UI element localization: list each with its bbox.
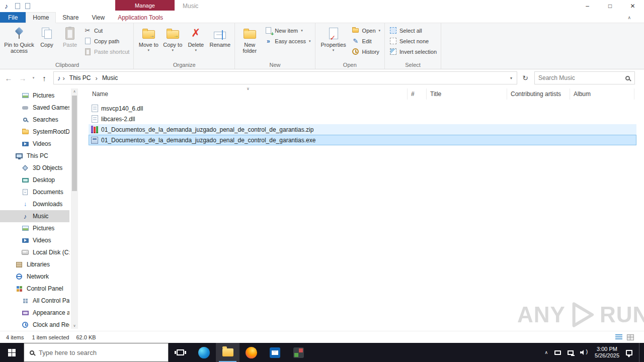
edit-button[interactable]: ✎ Edit [350, 36, 382, 46]
taskbar-firefox-button[interactable] [239, 343, 263, 362]
large-icons-view-button[interactable] [627, 334, 634, 340]
sidebar-scrollbar[interactable]: ∧ ∨ [71, 88, 78, 329]
hidden-icons-chevron[interactable]: ∧ [544, 350, 548, 355]
sidebar-item-music[interactable]: ♪Music [0, 210, 69, 222]
copy-button[interactable]: Copy [35, 24, 58, 48]
column-header-album[interactable]: Album [570, 88, 634, 100]
column-header-contributing-artists[interactable]: Contributing artists [507, 88, 570, 100]
rename-button[interactable]: Rename [207, 24, 232, 48]
delete-button[interactable]: ✗ Delete ▾ [184, 24, 207, 52]
task-view-button[interactable] [169, 343, 192, 362]
file-row-libcares[interactable]: libcares-2.dll [89, 114, 636, 124]
maximize-button[interactable]: □ [599, 0, 621, 12]
sidebar-item-network[interactable]: Network [0, 270, 69, 283]
sidebar-item-all-control-panel-items[interactable]: All Control Par [0, 295, 69, 307]
cut-button[interactable]: ✂ Cut [82, 25, 131, 36]
search-icon[interactable] [625, 76, 630, 80]
move-to-button[interactable]: → Move to ▾ [136, 24, 161, 52]
tray-volume-icon[interactable]: ) [580, 349, 588, 355]
ribbon-collapse-icon[interactable]: ∧ [627, 15, 631, 20]
sort-indicator-icon[interactable]: ∨ [247, 86, 250, 91]
tab-share[interactable]: Share [56, 12, 85, 23]
search-input[interactable] [538, 74, 625, 81]
breadcrumb-music[interactable]: Music [100, 74, 120, 81]
file-explorer-icon [222, 348, 233, 356]
column-header-number[interactable]: # [408, 88, 427, 100]
sidebar-item-local-disk-c[interactable]: Local Disk (C:) [0, 246, 69, 258]
select-none-button[interactable]: Select none [387, 36, 439, 46]
address-bar[interactable]: ♪ › This PC › Music ▾ [53, 71, 517, 84]
sidebar-item-saved-games[interactable]: Saved Games [0, 102, 69, 114]
new-item-button[interactable]: + New item ▾ [262, 25, 312, 36]
show-desktop-button[interactable] [639, 343, 641, 362]
file-row-exe-selected[interactable]: 01_Documentos_de_la_demanda_juzgado_pena… [89, 135, 636, 145]
sidebar-item-desktop[interactable]: Desktop [0, 174, 69, 186]
file-row-msvcp140[interactable]: msvcp140_6.dll [89, 103, 636, 114]
back-button[interactable]: ← [2, 71, 15, 84]
sidebar-item-clock-region[interactable]: Clock and Regi [0, 319, 69, 331]
taskbar-file-explorer-button[interactable] [216, 343, 239, 362]
sidebar-item-3d-objects[interactable]: 3D Objects [0, 162, 69, 174]
videos-icon [21, 140, 29, 148]
details-view-button[interactable] [615, 334, 622, 340]
zip-archive-icon [91, 126, 98, 133]
sidebar-item-searches[interactable]: Searches [0, 114, 69, 126]
taskbar-clock[interactable]: 3:00 PM 5/26/2025 [595, 346, 619, 359]
breadcrumb-separator-icon: › [96, 74, 98, 82]
column-header-title[interactable]: Title [427, 88, 507, 100]
recent-locations-dropdown-icon[interactable]: ▾ [30, 71, 37, 84]
scrollbar-thumb[interactable] [72, 96, 77, 191]
sidebar-item-this-pc[interactable]: This PC [0, 150, 69, 162]
sidebar-item-documents[interactable]: Documents [0, 186, 69, 198]
scroll-down-icon[interactable]: ∨ [73, 323, 75, 329]
sidebar-item-videos-2[interactable]: Videos [0, 234, 69, 246]
forward-button[interactable]: → [16, 71, 29, 84]
minimize-button[interactable]: – [576, 0, 599, 12]
scroll-up-icon[interactable]: ∧ [73, 88, 75, 95]
open-button[interactable]: Open ▾ [350, 25, 382, 36]
paste-shortcut-button[interactable]: Paste shortcut [82, 46, 131, 57]
tray-display-icon[interactable] [554, 350, 561, 355]
start-button[interactable] [0, 343, 24, 362]
up-button[interactable]: ↑ [38, 71, 51, 84]
sidebar-item-pictures[interactable]: Pictures [0, 89, 69, 102]
sidebar-item-pictures-2[interactable]: Pictures [0, 222, 69, 234]
taskbar-app-button[interactable] [287, 343, 310, 362]
history-button[interactable]: History [350, 46, 382, 57]
searches-icon [21, 116, 29, 124]
properties-button[interactable]: ✓ Properties ▾ [317, 24, 350, 52]
breadcrumb-this-pc[interactable]: This PC [67, 74, 94, 81]
copy-to-button[interactable]: → Copy to ▾ [161, 24, 184, 52]
sidebar-item-systemrootdo[interactable]: SystemRootDo [0, 126, 69, 138]
select-all-button[interactable]: Select all [387, 25, 439, 36]
tab-home[interactable]: Home [26, 12, 56, 23]
tray-network-icon[interactable] [568, 350, 574, 355]
action-center-icon[interactable] [626, 350, 632, 355]
file-row-zip[interactable]: 01_Documentos_de_la_demanda_juzgado_pena… [89, 124, 636, 135]
quick-access-toolbar-icon-1[interactable] [13, 2, 23, 11]
new-folder-button[interactable]: New folder [237, 24, 262, 54]
close-button[interactable]: ✕ [621, 0, 644, 12]
taskbar-edge-button[interactable] [192, 343, 216, 362]
refresh-icon[interactable]: ↻ [518, 71, 532, 84]
paste-button[interactable]: Paste [58, 24, 82, 48]
contextual-tab-group-manage[interactable]: Manage [115, 0, 175, 11]
tab-file[interactable]: File [0, 12, 26, 23]
sidebar-item-appearance[interactable]: Appearance an [0, 307, 69, 319]
sidebar-item-videos[interactable]: Videos [0, 138, 69, 150]
pin-to-quick-access-button[interactable]: Pin to Quick access [3, 24, 35, 54]
tab-view[interactable]: View [85, 12, 111, 23]
copy-path-button[interactable]: Copy path [82, 36, 131, 46]
quick-access-toolbar-icon-2[interactable] [23, 2, 33, 11]
address-dropdown-icon[interactable]: ▾ [510, 76, 516, 80]
search-box[interactable] [534, 71, 635, 84]
invert-selection-button[interactable]: Invert selection [387, 46, 439, 57]
taskbar-search[interactable] [24, 343, 169, 362]
sidebar-item-control-panel[interactable]: Control Panel [0, 283, 69, 295]
taskbar-outlook-button[interactable] [263, 343, 287, 362]
taskbar-search-input[interactable] [39, 349, 163, 356]
easy-access-button[interactable]: » Easy access ▾ [262, 36, 312, 46]
sidebar-item-downloads[interactable]: ↓Downloads [0, 198, 69, 210]
tab-application-tools[interactable]: Application Tools [111, 12, 170, 23]
sidebar-item-libraries[interactable]: Libraries [0, 258, 69, 270]
